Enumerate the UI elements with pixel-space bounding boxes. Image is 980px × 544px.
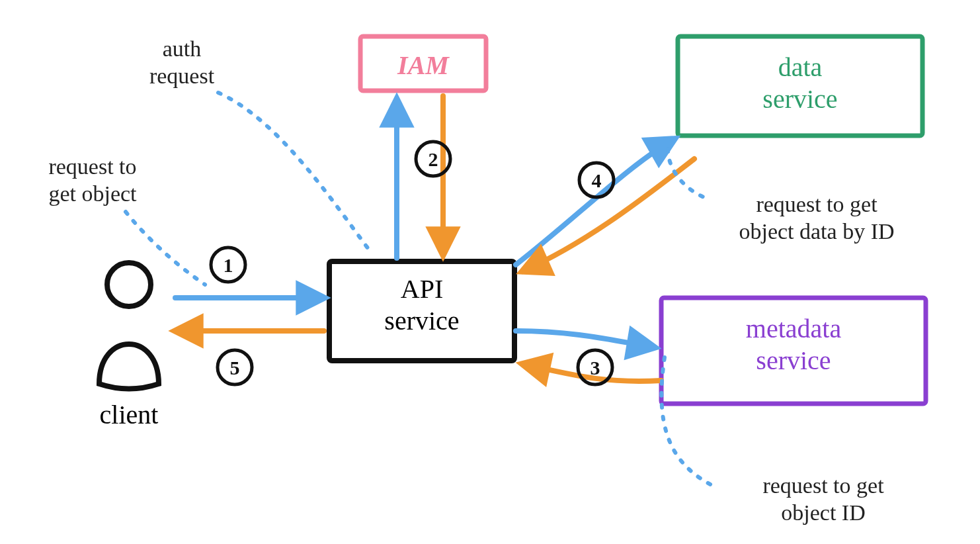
svg-text:2: 2 bbox=[429, 148, 438, 170]
metadata-label: metadata bbox=[746, 314, 842, 343]
api-service-box: APIservice bbox=[329, 261, 514, 361]
svg-text:1: 1 bbox=[224, 254, 233, 276]
data-label: data bbox=[778, 52, 823, 82]
arrow-api-data bbox=[516, 139, 674, 265]
svg-text:3: 3 bbox=[591, 357, 600, 379]
data-service-box: dataservice bbox=[678, 36, 922, 136]
annot-auth: authrequest bbox=[149, 36, 215, 88]
metadata-service-box: metadataservice bbox=[661, 298, 926, 404]
step-4: 4 bbox=[579, 163, 614, 197]
architecture-diagram: client APIservice IAM dataservice metada… bbox=[0, 0, 980, 544]
svg-text:4: 4 bbox=[592, 169, 602, 191]
iam-box: IAM bbox=[360, 36, 486, 91]
svg-point-0 bbox=[107, 263, 151, 306]
svg-text:5: 5 bbox=[230, 357, 240, 379]
client-label: client bbox=[100, 400, 159, 430]
arrow-data-api bbox=[522, 159, 694, 271]
svg-text:metadataservice: metadataservice bbox=[746, 314, 842, 375]
dotted-reqmeta bbox=[661, 357, 714, 486]
step-5: 5 bbox=[218, 350, 252, 385]
client-icon bbox=[99, 263, 159, 389]
annot-reqmeta: request to getobject ID bbox=[762, 473, 884, 525]
svg-text:APIservice: APIservice bbox=[384, 274, 459, 336]
svg-text:dataservice: dataservice bbox=[762, 52, 837, 114]
api-label-l1: API bbox=[401, 274, 443, 304]
annot-reqdata: request to getobject data by ID bbox=[739, 192, 894, 244]
step-1: 1 bbox=[211, 248, 245, 282]
dotted-reqobj bbox=[126, 212, 205, 285]
dotted-reqdata bbox=[668, 149, 708, 199]
arrow-api-meta bbox=[516, 331, 655, 347]
annot-reqobj: request toget object bbox=[48, 154, 137, 206]
iam-label: IAM bbox=[397, 50, 450, 80]
dotted-auth bbox=[218, 93, 370, 251]
